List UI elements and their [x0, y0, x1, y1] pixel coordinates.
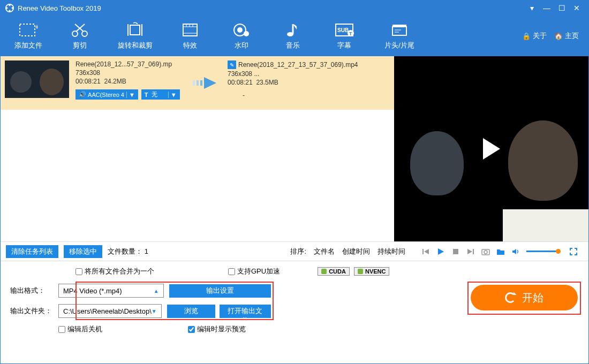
audio-codec-dropdown[interactable]: 🔊 AAC(Stereo 4▼ — [75, 89, 138, 100]
svg-rect-41 — [473, 249, 474, 254]
toolbar-intro-outro[interactable]: 片头/片尾 — [370, 16, 429, 56]
sort-by-name[interactable]: 文件名 — [314, 247, 335, 256]
maximize-button[interactable]: ☐ — [554, 1, 569, 16]
text-icon: T — [145, 92, 148, 98]
svg-rect-39 — [453, 249, 458, 254]
arrow-icon — [189, 60, 221, 105]
refresh-icon — [505, 292, 516, 303]
remove-selected-button[interactable]: 移除选中 — [64, 245, 102, 258]
svg-marker-37 — [424, 249, 429, 254]
lock-icon: 🔒 — [522, 32, 531, 40]
subtitle-icon: SUBT — [335, 21, 354, 39]
fullscreen-button[interactable] — [569, 247, 578, 256]
play-icon[interactable] — [483, 138, 500, 160]
dropdown-button[interactable]: ▾ — [524, 1, 539, 16]
player-controls — [421, 247, 583, 256]
shutdown-checkbox[interactable]: 编辑后关机 — [58, 324, 102, 334]
svg-rect-29 — [392, 25, 406, 27]
output-format-combo[interactable]: MP4 Video (*.mp4)▲ — [58, 284, 164, 298]
svg-point-21 — [244, 31, 249, 36]
format-label: 输出格式： — [10, 286, 53, 295]
folder-label: 输出文件夹： — [10, 306, 53, 316]
snapshot-button[interactable] — [481, 247, 490, 256]
volume-icon[interactable] — [511, 247, 520, 256]
gpu-checkbox[interactable]: 支持GPU加速 — [228, 267, 280, 276]
svg-point-9 — [82, 31, 87, 36]
clapboard-icon — [390, 21, 409, 39]
task-row[interactable]: Renee(2018_12...57_37_069).mp 736x308 00… — [1, 56, 394, 110]
dst-filename: ✎Renee(2018_12_27_13_57_37_069).mp4 — [228, 60, 390, 69]
svg-rect-13 — [183, 24, 197, 36]
preview-checkbox[interactable]: 编辑时显示预览 — [188, 324, 246, 334]
home-icon: 🏠 — [554, 32, 563, 40]
chevron-up-icon: ▲ — [154, 288, 159, 294]
watermark-icon — [232, 21, 251, 39]
svg-point-20 — [237, 27, 243, 33]
toolbar-rotate-crop[interactable]: 旋转和裁剪 — [105, 16, 164, 56]
dst-resolution: 736x308 ... — [228, 70, 390, 78]
dst-duration-size: 00:08:21 23.5MB — [228, 79, 390, 86]
src-resolution: 736x308 — [75, 69, 183, 77]
merge-checkbox[interactable]: 将所有文件合并为一个 — [75, 267, 154, 276]
stop-button[interactable] — [451, 247, 460, 256]
toolbar-effects[interactable]: 特效 — [164, 16, 216, 56]
toolbar-subtitle[interactable]: SUBT 字幕 — [319, 16, 370, 56]
app-logo-icon — [5, 3, 14, 13]
pencil-icon: ✎ — [228, 60, 236, 69]
output-folder-combo[interactable]: C:\Users\Reneelab\Desktop\▼ — [58, 304, 162, 318]
svg-marker-44 — [512, 249, 516, 254]
folder-button[interactable] — [496, 247, 505, 256]
svg-line-10 — [76, 24, 85, 32]
filmstrip-icon — [180, 21, 200, 39]
toolbar-music[interactable]: 音乐 — [267, 16, 319, 56]
prev-button[interactable] — [421, 247, 430, 256]
subtitle-dropdown[interactable]: T 无▼ — [141, 89, 180, 100]
nvenc-badge: NVENC — [354, 267, 390, 276]
output-settings-button[interactable]: 输出设置 — [169, 284, 271, 298]
svg-marker-35 — [204, 77, 216, 89]
list-controls: 清除任务列表 移除选中 文件数量： 1 排序: 文件名 创建时间 持续时间 — [1, 241, 588, 261]
sort-by-created[interactable]: 创建时间 — [342, 247, 370, 256]
file-count-label: 文件数量： 1 — [108, 247, 148, 256]
cuda-badge: CUDA — [318, 267, 350, 276]
svg-point-3 — [12, 7, 14, 9]
toolbar-watermark[interactable]: 水印 — [216, 16, 267, 56]
crop-rotate-icon — [125, 21, 145, 39]
svg-line-11 — [75, 24, 84, 32]
next-button[interactable] — [466, 247, 475, 256]
svg-marker-38 — [438, 248, 444, 255]
svg-point-2 — [6, 7, 8, 9]
clear-list-button[interactable]: 清除任务列表 — [6, 245, 58, 258]
home-link[interactable]: 🏠主页 — [554, 31, 579, 41]
close-button[interactable]: ✕ — [569, 1, 584, 16]
src-filename: Renee(2018_12...57_37_069).mp — [75, 60, 183, 68]
svg-rect-36 — [422, 249, 424, 254]
minimize-button[interactable]: — — [539, 1, 554, 16]
svg-point-43 — [484, 251, 487, 254]
svg-point-8 — [72, 31, 78, 36]
start-button[interactable]: 开始 — [471, 285, 578, 310]
video-preview[interactable] — [394, 56, 588, 241]
svg-text:SUB: SUB — [337, 27, 349, 33]
titlebar: Renee Video Toolbox 2019 ▾ — ☐ ✕ — [1, 1, 588, 16]
filmstrip-plus-icon: +▾ — [19, 21, 38, 39]
svg-point-1 — [9, 4, 11, 6]
sort-label: 排序: — [290, 247, 306, 256]
play-button[interactable] — [436, 247, 445, 256]
open-output-button[interactable]: 打开输出文件 — [220, 305, 271, 318]
svg-rect-34 — [200, 80, 202, 86]
main-toolbar: +▾ 添加文件 剪切 旋转和裁剪 特效 水印 音乐 SUBT 字幕 片头/片尾 … — [1, 16, 588, 56]
sort-by-duration[interactable]: 持续时间 — [377, 247, 405, 256]
toolbar-cut[interactable]: 剪切 — [54, 16, 105, 56]
dst-dash: - — [228, 92, 260, 99]
volume-slider[interactable] — [526, 251, 558, 252]
src-duration-size: 00:08:21 24.2MB — [75, 78, 183, 85]
task-list: Renee(2018_12...57_37_069).mp 736x308 00… — [1, 56, 394, 241]
toolbar-add-file[interactable]: +▾ 添加文件 — [3, 16, 54, 56]
about-link[interactable]: 🔒关于 — [522, 31, 547, 41]
audio-icon: 🔊 — [79, 91, 86, 98]
svg-point-4 — [9, 10, 11, 12]
svg-rect-12 — [130, 25, 140, 35]
browse-button[interactable]: 浏览 — [167, 305, 215, 318]
svg-rect-33 — [197, 80, 199, 86]
